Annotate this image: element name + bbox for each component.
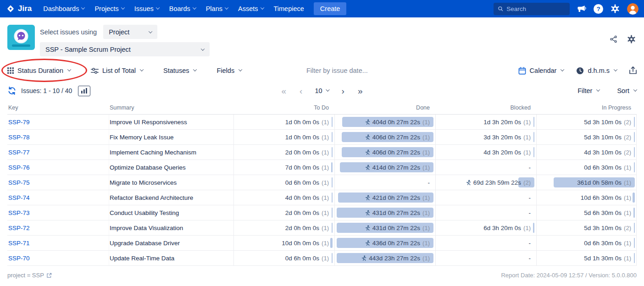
- duration-bar: [533, 147, 534, 157]
- duration-bar: [634, 253, 635, 263]
- issue-key-link[interactable]: SSP-72: [8, 225, 30, 231]
- cell-key: SSP-71: [7, 236, 109, 250]
- issue-key-link[interactable]: SSP-75: [8, 179, 30, 186]
- cell-blocked-duration: 1d 3h 20m 0s(1): [435, 115, 536, 129]
- app-header: Select issues using Project SSP - Sample…: [0, 17, 644, 59]
- chevron-down-icon: [140, 67, 144, 71]
- duration-bar: [633, 208, 635, 218]
- statuses-select[interactable]: Statuses: [163, 67, 196, 74]
- cell-done-duration: 406d 0h 27m 22s(1): [334, 145, 435, 160]
- jql-query-link[interactable]: project = SSP: [7, 272, 52, 279]
- issue-key-link[interactable]: SSP-74: [8, 194, 30, 201]
- column-header-summary: Summary: [109, 101, 233, 114]
- refresh-button[interactable]: [7, 86, 17, 95]
- bar-chart-icon: [81, 88, 87, 94]
- issue-key-link[interactable]: SSP-73: [8, 209, 30, 216]
- cell-inprogress-duration: 5d 3h 10m 0s(2): [536, 220, 637, 235]
- export-button[interactable]: [629, 66, 637, 75]
- nav-item-plans[interactable]: Plans: [201, 0, 233, 17]
- page-size-select[interactable]: 10: [315, 87, 329, 94]
- issue-key-link[interactable]: SSP-76: [8, 164, 30, 171]
- project-select[interactable]: SSP - Sample Scrum Project: [40, 42, 210, 56]
- chevron-down-icon: [67, 67, 71, 71]
- runner-icon: [364, 225, 370, 231]
- fields-select[interactable]: Fields: [217, 67, 242, 74]
- issue-key-link[interactable]: SSP-71: [8, 240, 30, 247]
- nav-item-timepiece[interactable]: Timepiece: [269, 0, 309, 17]
- issue-summary: Upgrade Database Driver: [109, 236, 233, 250]
- nav-item-boards[interactable]: Boards: [164, 0, 201, 17]
- chevron-down-icon: [225, 6, 228, 9]
- issues-bar: Issues: 1 - 10 / 40 « ‹ 10 › » Filter So…: [0, 81, 644, 100]
- cell-key: SSP-72: [7, 220, 109, 235]
- issues-count-label: Issues: 1 - 10 / 40: [21, 87, 72, 94]
- cell-todo-duration: 0d 6h 0m 0s(1): [233, 175, 334, 190]
- table-row[interactable]: SSP-72 Improve Data Visualization 2d 0h …: [7, 220, 637, 236]
- runner-icon: [364, 149, 370, 155]
- duration-bar: [332, 223, 333, 233]
- issue-summary: Optimize Database Queries: [109, 160, 233, 175]
- search-input[interactable]: [506, 6, 566, 12]
- nav-item-assets[interactable]: Assets: [233, 0, 269, 17]
- report-settings-button[interactable]: [627, 35, 636, 44]
- cell-key: SSP-73: [7, 205, 109, 220]
- table-row[interactable]: SSP-73 Conduct Usability Testing 2d 0h 0…: [7, 205, 637, 220]
- nav-item-dashboards[interactable]: Dashboards: [38, 0, 89, 17]
- cell-done-duration: 404d 0h 27m 22s(1): [334, 115, 435, 129]
- table-row[interactable]: SSP-75 Migrate to Microservices 0d 6h 0m…: [7, 175, 637, 190]
- issue-key-link[interactable]: SSP-77: [8, 149, 30, 156]
- navbar-settings-button[interactable]: [611, 4, 620, 13]
- cell-done-duration: 431d 0h 27m 22s(1): [334, 220, 435, 235]
- chevron-down-icon: [193, 67, 197, 71]
- jira-navbar: Jira Dashboards Projects Issues Boards P…: [0, 0, 644, 17]
- table-row[interactable]: SSP-78 Fix Memory Leak Issue 1d 0h 0m 0s…: [7, 130, 637, 145]
- calendar-select[interactable]: Calendar: [518, 67, 564, 75]
- runner-icon: [364, 240, 370, 246]
- first-page-icon[interactable]: «: [281, 87, 288, 95]
- table-row[interactable]: SSP-76 Optimize Database Queries 7d 0h 0…: [7, 160, 637, 175]
- issue-source-select[interactable]: Project: [103, 25, 157, 39]
- issue-summary: Conduct Usability Testing: [109, 205, 233, 220]
- share-button[interactable]: [610, 35, 617, 43]
- time-format-select[interactable]: d.h.m.s: [576, 67, 617, 75]
- issue-key-link[interactable]: SSP-78: [8, 134, 30, 141]
- chevron-down-icon: [81, 6, 85, 9]
- gear-icon: [627, 35, 636, 44]
- export-icon: [629, 66, 637, 75]
- duration-bar: [533, 132, 534, 142]
- table-row[interactable]: SSP-70 Update Real-Time Data 0d 6h 0m 0s…: [7, 251, 637, 266]
- report-type-select[interactable]: Status Duration: [7, 67, 71, 74]
- cell-blocked-duration: -: [435, 190, 536, 205]
- help-button[interactable]: ?: [594, 4, 603, 14]
- last-page-icon[interactable]: »: [357, 87, 364, 95]
- duration-bar: [332, 117, 333, 127]
- sort-select[interactable]: Sort: [617, 87, 637, 94]
- table-row[interactable]: SSP-77 Implement Caching Mechanism 2d 0h…: [7, 145, 637, 160]
- prev-page-icon[interactable]: ‹: [299, 87, 303, 95]
- create-button[interactable]: Create: [314, 2, 347, 15]
- cell-inprogress-duration: 361d 0h 58m 0s(1): [536, 175, 637, 190]
- table-row[interactable]: SSP-74 Refactor Backend Architecture 4d …: [7, 190, 637, 205]
- cell-key: SSP-76: [7, 160, 109, 175]
- issue-key-link[interactable]: SSP-70: [8, 255, 30, 262]
- navbar-search[interactable]: [494, 3, 570, 15]
- filter-select[interactable]: Filter: [577, 87, 600, 94]
- jira-logo[interactable]: Jira: [6, 4, 32, 13]
- chart-view-button[interactable]: [78, 86, 90, 96]
- table-header: Key Summary To Do Done Blocked In Progre…: [7, 101, 637, 115]
- table-row[interactable]: SSP-79 Improve UI Responsiveness 1d 0h 0…: [7, 115, 637, 130]
- issue-date-filter[interactable]: Filter by issue date...: [306, 67, 368, 74]
- user-avatar[interactable]: [627, 3, 638, 15]
- next-page-icon[interactable]: ›: [341, 87, 345, 95]
- announcements-button[interactable]: [577, 5, 586, 13]
- share-icon: [610, 35, 617, 43]
- chevron-down-icon: [156, 6, 160, 9]
- cell-blocked-duration: 4d 3h 20m 0s(1): [435, 145, 536, 160]
- table-row[interactable]: SSP-71 Upgrade Database Driver 10d 0h 0m…: [7, 236, 637, 251]
- table-body: SSP-79 Improve UI Responsiveness 1d 0h 0…: [7, 115, 637, 266]
- nav-item-issues[interactable]: Issues: [129, 0, 164, 17]
- nav-item-projects[interactable]: Projects: [89, 0, 129, 17]
- list-type-select[interactable]: List of Total: [91, 67, 143, 74]
- chevron-down-icon: [239, 67, 242, 71]
- issue-key-link[interactable]: SSP-79: [8, 119, 30, 126]
